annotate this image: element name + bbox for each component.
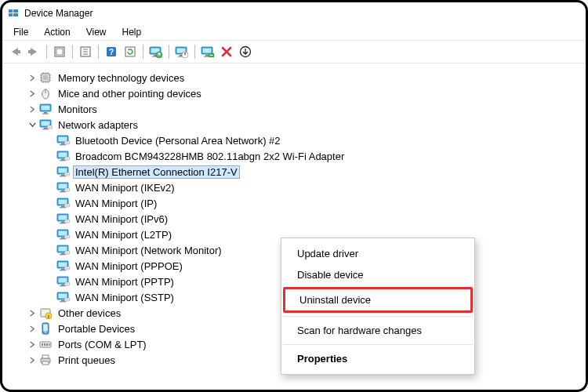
tree-label: WAN Miniport (L2TP): [73, 228, 174, 241]
net-icon: [56, 244, 70, 256]
tree-category[interactable]: Mice and other pointing devices: [27, 85, 578, 101]
tree-label: WAN Miniport (SSTP): [73, 291, 176, 304]
tree-label: Ports (COM & LPT): [56, 338, 149, 351]
forward-button[interactable]: [24, 42, 43, 61]
net-icon: [38, 118, 53, 131]
tree-label: Other devices: [56, 307, 123, 320]
tree-device[interactable]: Intel(R) Ethernet Connection I217-V: [56, 164, 578, 180]
scan-hardware-button[interactable]: [236, 42, 255, 61]
device-tree[interactable]: Memory technology devicesMice and other …: [2, 64, 586, 377]
chevron-right-icon[interactable]: [27, 339, 37, 349]
tree-category[interactable]: Monitors: [27, 101, 578, 117]
tree-label: WAN Miniport (PPTP): [73, 275, 176, 289]
tree-label: Broadcom BCM943228HMB 802.11abgn 2x2 Wi-…: [73, 150, 347, 163]
update-driver-button[interactable]: [147, 42, 165, 61]
net-icon: [56, 197, 70, 209]
separator-icon: [72, 45, 73, 59]
separator-icon: [169, 45, 169, 59]
chevron-right-icon[interactable]: [27, 308, 37, 318]
uninstall-device-button[interactable]: [198, 42, 217, 61]
tree-device[interactable]: Broadcom BCM943228HMB 802.11abgn 2x2 Wi-…: [56, 148, 578, 164]
tree-device[interactable]: WAN Miniport (IP): [56, 195, 578, 211]
net-icon: [56, 212, 70, 225]
chip-icon: [38, 71, 53, 84]
printer-icon: [38, 354, 53, 366]
context-menu-item[interactable]: Update driver: [283, 243, 473, 264]
net-icon: [56, 291, 70, 303]
tree-label: Print queues: [56, 354, 118, 367]
net-icon: [56, 134, 70, 147]
chevron-right-icon[interactable]: [27, 89, 37, 98]
show-hidden-button[interactable]: [50, 42, 69, 61]
tree-device[interactable]: WAN Miniport (IKEv2): [56, 180, 578, 195]
context-menu: Update driverDisable deviceUninstall dev…: [281, 238, 475, 375]
tree-label: Monitors: [56, 103, 100, 116]
disable-device-button[interactable]: [172, 42, 191, 61]
net-icon: [56, 150, 70, 162]
net-icon: [56, 181, 70, 194]
app-logo-icon: [7, 7, 20, 20]
tree-category[interactable]: Network adapters: [27, 117, 578, 132]
tree-label: Mice and other pointing devices: [56, 87, 204, 100]
tree-device[interactable]: WAN Miniport (IPv6): [56, 211, 578, 227]
context-menu-item[interactable]: Scan for hardware changes: [283, 320, 473, 341]
refresh-button[interactable]: [121, 42, 140, 61]
tree-label: Portable Devices: [56, 322, 137, 336]
toolbar: [2, 40, 586, 64]
properties-button[interactable]: [76, 42, 95, 61]
window-title: Device Manager: [24, 8, 93, 19]
delete-button[interactable]: [217, 42, 236, 61]
net-icon: [56, 260, 70, 272]
context-menu-item[interactable]: Uninstall device: [285, 289, 470, 310]
tree-label: WAN Miniport (IKEv2): [73, 181, 177, 194]
tree-label: WAN Miniport (IP): [73, 197, 159, 210]
help-button[interactable]: [102, 42, 121, 61]
titlebar: Device Manager: [2, 2, 586, 24]
tree-label: WAN Miniport (Network Monitor): [73, 244, 224, 257]
tree-device[interactable]: Bluetooth Device (Personal Area Network)…: [56, 132, 578, 148]
context-menu-item[interactable]: Properties: [283, 348, 473, 369]
separator-icon: [46, 45, 47, 59]
highlight-box: Uninstall device: [283, 287, 473, 313]
menu-file[interactable]: File: [5, 25, 36, 39]
menu-help[interactable]: Help: [114, 25, 150, 39]
chevron-right-icon[interactable]: [27, 355, 37, 365]
back-button[interactable]: [5, 42, 24, 61]
tree-label: Memory technology devices: [56, 71, 187, 85]
tree-label: Network adapters: [56, 118, 140, 132]
portable-icon: [38, 322, 53, 335]
chevron-right-icon[interactable]: [27, 73, 37, 82]
tree-label: WAN Miniport (PPPOE): [73, 260, 185, 273]
separator-icon: [194, 45, 195, 59]
menu-divider: [283, 344, 473, 345]
menu-action[interactable]: Action: [36, 25, 78, 39]
mouse-icon: [38, 87, 53, 100]
tree-label: Bluetooth Device (Personal Area Network)…: [73, 134, 283, 147]
other-icon: [38, 307, 53, 319]
monitor-icon: [38, 103, 53, 115]
chevron-right-icon[interactable]: [27, 324, 37, 333]
net-icon: [56, 228, 70, 241]
menu-divider: [283, 316, 473, 317]
port-icon: [38, 338, 53, 350]
menu-view[interactable]: View: [78, 25, 114, 39]
tree-category[interactable]: Memory technology devices: [27, 70, 578, 85]
menubar: File Action View Help: [2, 24, 586, 40]
tree-label: WAN Miniport (IPv6): [73, 212, 170, 226]
context-menu-item[interactable]: Disable device: [283, 264, 473, 285]
net-icon: [56, 165, 70, 178]
separator-icon: [98, 45, 99, 59]
chevron-down-icon[interactable]: [27, 120, 37, 129]
separator-icon: [143, 45, 143, 59]
tree-label: Intel(R) Ethernet Connection I217-V: [73, 165, 240, 179]
chevron-right-icon[interactable]: [27, 104, 37, 114]
net-icon: [56, 275, 70, 288]
